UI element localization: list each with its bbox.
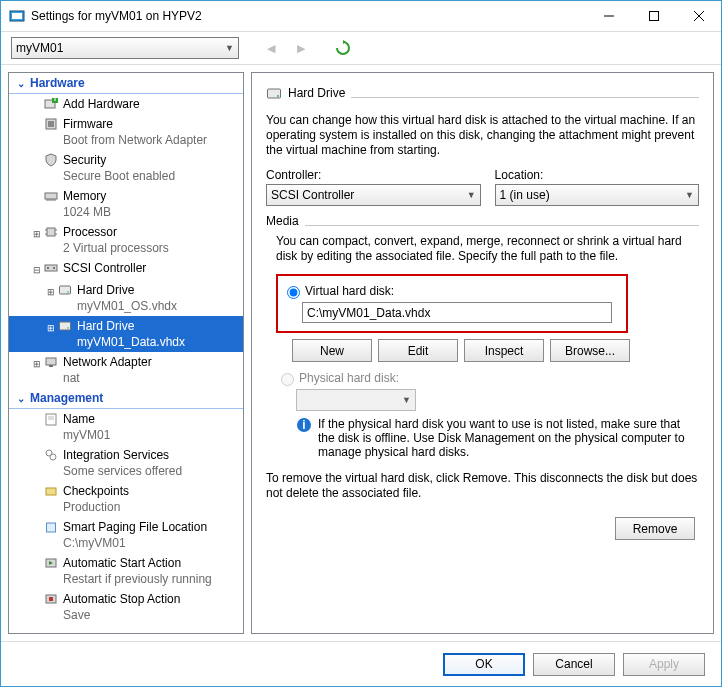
auto-stop-icon bbox=[43, 591, 59, 607]
remove-button[interactable]: Remove bbox=[615, 517, 695, 540]
detail-header: Hard Drive bbox=[266, 85, 699, 101]
toolbar: myVM01 ▼ ◀ ▶ bbox=[1, 31, 721, 65]
collapse-icon[interactable]: ⊟ bbox=[31, 260, 43, 278]
new-button[interactable]: New bbox=[292, 339, 372, 362]
vhd-path-input[interactable] bbox=[302, 302, 612, 323]
svg-point-44 bbox=[277, 95, 279, 97]
tree-item-auto-stop[interactable]: Automatic Stop ActionSave bbox=[9, 589, 243, 625]
nav-back-button[interactable]: ◀ bbox=[263, 40, 279, 56]
apply-button: Apply bbox=[623, 653, 705, 676]
management-header-label: Management bbox=[30, 391, 103, 405]
tree-item-auto-start[interactable]: Automatic Start ActionRestart if previou… bbox=[9, 553, 243, 589]
minimize-button[interactable] bbox=[586, 1, 631, 31]
chevron-down-icon: ▼ bbox=[467, 190, 476, 200]
svg-rect-37 bbox=[46, 488, 56, 495]
svg-rect-18 bbox=[47, 228, 55, 236]
vhd-radio-label: Virtual hard disk: bbox=[305, 284, 394, 298]
maximize-button[interactable] bbox=[631, 1, 676, 31]
location-value: 1 (in use) bbox=[500, 188, 550, 202]
expand-icon[interactable]: ⊞ bbox=[45, 318, 57, 336]
svg-rect-23 bbox=[45, 265, 57, 271]
processor-icon bbox=[43, 224, 59, 240]
network-adapter-icon bbox=[43, 354, 59, 370]
svg-point-36 bbox=[50, 454, 56, 460]
svg-rect-11 bbox=[48, 121, 54, 127]
tree-item-processor[interactable]: ⊞ Processor2 Virtual processors bbox=[9, 222, 243, 258]
browse-button[interactable]: Browse... bbox=[550, 339, 630, 362]
hardware-header-label: Hardware bbox=[30, 76, 85, 90]
tree-item-firmware[interactable]: FirmwareBoot from Network Adapter bbox=[9, 114, 243, 150]
window-title: Settings for myVM01 on HYPV2 bbox=[31, 9, 586, 23]
tree-item-scsi-controller[interactable]: ⊟ SCSI Controller bbox=[9, 258, 243, 280]
settings-window: Settings for myVM01 on HYPV2 myVM01 ▼ ◀ … bbox=[0, 0, 722, 687]
physical-disk-dropdown: ▼ bbox=[296, 389, 416, 411]
highlight-box: Virtual hard disk: bbox=[276, 274, 628, 333]
hard-drive-icon bbox=[57, 318, 73, 334]
edit-button[interactable]: Edit bbox=[378, 339, 458, 362]
svg-rect-38 bbox=[47, 523, 56, 532]
expand-icon[interactable]: ⊞ bbox=[31, 224, 43, 242]
svg-rect-42 bbox=[49, 597, 53, 601]
tree-item-add-hardware[interactable]: + Add Hardware bbox=[9, 94, 243, 114]
media-description: You can compact, convert, expand, merge,… bbox=[276, 234, 699, 264]
app-icon bbox=[9, 8, 25, 24]
tree-item-hard-drive-data[interactable]: ⊞ Hard DrivemyVM01_Data.vhdx bbox=[9, 316, 243, 352]
collapse-icon: ⌄ bbox=[17, 393, 27, 404]
dialog-footer: OK Cancel Apply bbox=[1, 641, 721, 686]
nav-forward-button[interactable]: ▶ bbox=[293, 40, 309, 56]
detail-header-text: Hard Drive bbox=[288, 86, 345, 100]
add-hardware-icon: + bbox=[43, 96, 59, 112]
chevron-down-icon: ▼ bbox=[225, 43, 234, 53]
svg-point-25 bbox=[53, 267, 55, 269]
expand-icon[interactable]: ⊞ bbox=[45, 282, 57, 300]
detail-intro: You can change how this virtual hard dis… bbox=[266, 113, 699, 158]
tree-item-security[interactable]: SecuritySecure Boot enabled bbox=[9, 150, 243, 186]
physical-disk-radio-label: Physical hard disk: bbox=[299, 371, 399, 385]
chevron-down-icon: ▼ bbox=[685, 190, 694, 200]
hard-drive-icon bbox=[57, 282, 73, 298]
svg-rect-1 bbox=[12, 13, 22, 19]
inspect-button[interactable]: Inspect bbox=[464, 339, 544, 362]
expand-icon[interactable]: ⊞ bbox=[31, 354, 43, 372]
detail-panel: Hard Drive You can change how this virtu… bbox=[251, 72, 714, 634]
vm-selector-value: myVM01 bbox=[16, 41, 63, 55]
tree-header-management[interactable]: ⌄ Management bbox=[9, 388, 243, 409]
titlebar: Settings for myVM01 on HYPV2 bbox=[1, 1, 721, 31]
hard-drive-icon bbox=[266, 85, 282, 101]
svg-point-27 bbox=[67, 291, 69, 293]
firmware-icon bbox=[43, 116, 59, 132]
settings-tree[interactable]: ⌄ Hardware + Add Hardware FirmwareBoot f… bbox=[8, 72, 244, 634]
physical-disk-info: If the physical hard disk you want to us… bbox=[318, 417, 699, 459]
tree-item-integration-services[interactable]: Integration ServicesSome services offere… bbox=[9, 445, 243, 481]
tree-item-network-adapter[interactable]: ⊞ Network Adapternat bbox=[9, 352, 243, 388]
refresh-button[interactable] bbox=[333, 38, 353, 58]
physical-disk-radio bbox=[281, 373, 294, 386]
svg-rect-30 bbox=[46, 358, 56, 365]
chevron-down-icon: ▼ bbox=[402, 395, 411, 405]
svg-rect-3 bbox=[649, 12, 658, 21]
scsi-icon bbox=[43, 260, 59, 276]
tree-item-checkpoints[interactable]: CheckpointsProduction bbox=[9, 481, 243, 517]
tree-item-smart-paging[interactable]: Smart Paging File LocationC:\myVM01 bbox=[9, 517, 243, 553]
svg-rect-28 bbox=[60, 322, 71, 330]
svg-point-29 bbox=[67, 327, 69, 329]
svg-text:+: + bbox=[51, 97, 58, 105]
ok-button[interactable]: OK bbox=[443, 653, 525, 676]
svg-text:i: i bbox=[302, 418, 305, 432]
tree-item-memory[interactable]: Memory1024 MB bbox=[9, 186, 243, 222]
tree-item-hard-drive-os[interactable]: ⊞ Hard DrivemyVM01_OS.vhdx bbox=[9, 280, 243, 316]
vhd-radio[interactable] bbox=[287, 286, 300, 299]
integration-icon bbox=[43, 447, 59, 463]
shield-icon bbox=[43, 152, 59, 168]
cancel-button[interactable]: Cancel bbox=[533, 653, 615, 676]
controller-dropdown[interactable]: SCSI Controller ▼ bbox=[266, 184, 481, 206]
info-icon: i bbox=[296, 417, 312, 433]
tree-item-name[interactable]: NamemyVM01 bbox=[9, 409, 243, 445]
vm-selector-dropdown[interactable]: myVM01 ▼ bbox=[11, 37, 239, 59]
svg-point-24 bbox=[47, 267, 49, 269]
tree-header-hardware[interactable]: ⌄ Hardware bbox=[9, 73, 243, 94]
media-group-header: Media bbox=[266, 214, 699, 228]
media-label: Media bbox=[266, 214, 299, 228]
location-dropdown[interactable]: 1 (in use) ▼ bbox=[495, 184, 699, 206]
close-button[interactable] bbox=[676, 1, 721, 31]
